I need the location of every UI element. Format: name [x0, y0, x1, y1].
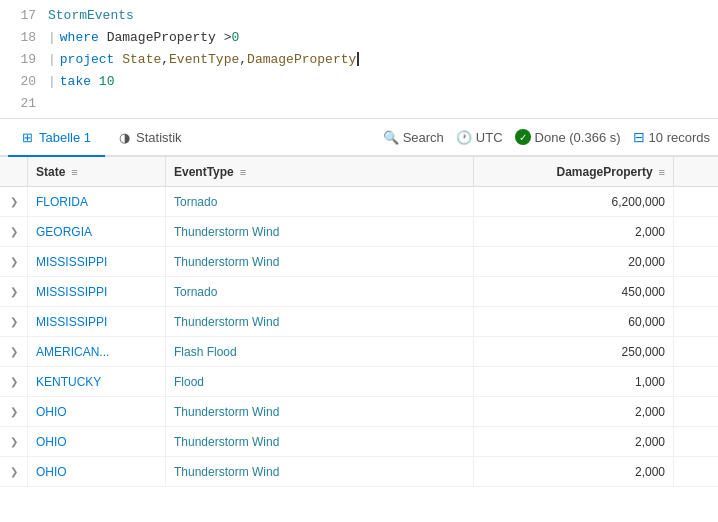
cell-eventtype-8: Thunderstorm Wind: [166, 427, 474, 456]
damage-filter-icon[interactable]: ≡: [659, 166, 665, 178]
code-content-19: | project State , EventType , DamageProp…: [48, 52, 359, 67]
pipe-20: |: [48, 74, 56, 89]
code-comma1: ,: [161, 52, 169, 67]
search-label: Search: [403, 130, 444, 145]
cell-eventtype-4: Thunderstorm Wind: [166, 307, 474, 336]
cell-eventtype-2: Thunderstorm Wind: [166, 247, 474, 276]
cell-state-8: OHIO: [28, 427, 166, 456]
table-name: StormEvents: [48, 8, 134, 23]
code-line-19: 19 | project State , EventType , DamageP…: [0, 48, 718, 70]
clock-icon: 🕐: [456, 130, 472, 145]
cell-damage-0: 6,200,000: [474, 187, 674, 216]
code-comma2: ,: [239, 52, 247, 67]
cell-damage-8: 2,000: [474, 427, 674, 456]
code-line-18: 18 | where DamageProperty > 0: [0, 26, 718, 48]
pipe-18: |: [48, 30, 56, 45]
code-field-damageprop: DamageProperty: [247, 52, 356, 67]
th-state-label: State: [36, 165, 65, 179]
done-checkmark-icon: ✓: [515, 129, 531, 145]
code-space2: [91, 74, 99, 89]
table-row: ❯ AMERICAN... Flash Flood 250,000: [0, 337, 718, 367]
line-number-20: 20: [8, 74, 36, 89]
toolbar-right: 🔍 Search 🕐 UTC ✓ Done (0.366 s) ⊟ 10 rec…: [383, 129, 710, 145]
keyword-project: project: [60, 52, 115, 67]
results-toolbar: ⊞ Tabelle 1 ◑ Statistik 🔍 Search 🕐 UTC ✓…: [0, 119, 718, 157]
cell-state-7: OHIO: [28, 397, 166, 426]
table-icon: ⊞: [22, 130, 33, 145]
code-line-17: 17 StormEvents: [0, 4, 718, 26]
line-number-19: 19: [8, 52, 36, 67]
tab-statistics-label: Statistik: [136, 130, 182, 145]
search-icon: 🔍: [383, 130, 399, 145]
row-expander-5[interactable]: ❯: [0, 337, 28, 366]
th-damage-label: DamageProperty: [557, 165, 653, 179]
cell-state-9: OHIO: [28, 457, 166, 486]
code-content-20: | take 10: [48, 74, 114, 89]
pipe-19: |: [48, 52, 56, 67]
search-button[interactable]: 🔍 Search: [383, 130, 444, 145]
cell-damage-3: 450,000: [474, 277, 674, 306]
code-number-10: 10: [99, 74, 115, 89]
th-eventtype-label: EventType: [174, 165, 234, 179]
line-number-17: 17: [8, 8, 36, 23]
code-editor: 17 StormEvents 18 | where DamageProperty…: [0, 0, 718, 119]
cell-damage-6: 1,000: [474, 367, 674, 396]
row-expander-0[interactable]: ❯: [0, 187, 28, 216]
cell-state-6: KENTUCKY: [28, 367, 166, 396]
code-content-18: | where DamageProperty > 0: [48, 30, 239, 45]
row-expander-4[interactable]: ❯: [0, 307, 28, 336]
tab-table-label: Tabelle 1: [39, 130, 91, 145]
state-filter-icon[interactable]: ≡: [71, 166, 77, 178]
tab-table[interactable]: ⊞ Tabelle 1: [8, 119, 105, 157]
records-icon: ⊟: [633, 129, 645, 145]
cell-eventtype-9: Thunderstorm Wind: [166, 457, 474, 486]
th-damage: DamageProperty ≡: [474, 157, 674, 186]
cell-state-3: MISSISSIPPI: [28, 277, 166, 306]
row-expander-2[interactable]: ❯: [0, 247, 28, 276]
cell-damage-4: 60,000: [474, 307, 674, 336]
table-row: ❯ FLORIDA Tornado 6,200,000: [0, 187, 718, 217]
code-field-damage: DamageProperty >: [99, 30, 232, 45]
records-count: ⊟ 10 records: [633, 129, 710, 145]
code-line-21: 21: [0, 92, 718, 114]
row-expander-3[interactable]: ❯: [0, 277, 28, 306]
code-space: [114, 52, 122, 67]
code-field-eventtype: EventType: [169, 52, 239, 67]
cell-damage-9: 2,000: [474, 457, 674, 486]
th-state: State ≡: [28, 157, 166, 186]
cell-damage-2: 20,000: [474, 247, 674, 276]
row-expander-9[interactable]: ❯: [0, 457, 28, 486]
row-expander-1[interactable]: ❯: [0, 217, 28, 246]
row-expander-7[interactable]: ❯: [0, 397, 28, 426]
utc-button[interactable]: 🕐 UTC: [456, 130, 503, 145]
cell-eventtype-5: Flash Flood: [166, 337, 474, 366]
cell-damage-7: 2,000: [474, 397, 674, 426]
done-label: Done (0.366 s): [535, 130, 621, 145]
th-eventtype: EventType ≡: [166, 157, 474, 186]
keyword-take: take: [60, 74, 91, 89]
row-expander-8[interactable]: ❯: [0, 427, 28, 456]
eventtype-filter-icon[interactable]: ≡: [240, 166, 246, 178]
stats-icon: ◑: [119, 130, 130, 145]
table-body: ❯ FLORIDA Tornado 6,200,000 ❯ GEORGIA Th…: [0, 187, 718, 487]
cell-state-5: AMERICAN...: [28, 337, 166, 366]
code-field-state: State: [122, 52, 161, 67]
table-row: ❯ MISSISSIPPI Thunderstorm Wind 60,000: [0, 307, 718, 337]
table-row: ❯ OHIO Thunderstorm Wind 2,000: [0, 427, 718, 457]
code-line-20: 20 | take 10: [0, 70, 718, 92]
utc-label: UTC: [476, 130, 503, 145]
table-row: ❯ OHIO Thunderstorm Wind 2,000: [0, 397, 718, 427]
table-row: ❯ KENTUCKY Flood 1,000: [0, 367, 718, 397]
cell-state-0: FLORIDA: [28, 187, 166, 216]
table-header: State ≡ EventType ≡ DamageProperty ≡: [0, 157, 718, 187]
cell-state-2: MISSISSIPPI: [28, 247, 166, 276]
line-number-18: 18: [8, 30, 36, 45]
cell-eventtype-1: Thunderstorm Wind: [166, 217, 474, 246]
keyword-where: where: [60, 30, 99, 45]
table-row: ❯ MISSISSIPPI Thunderstorm Wind 20,000: [0, 247, 718, 277]
row-expander-6[interactable]: ❯: [0, 367, 28, 396]
code-content-17: StormEvents: [48, 8, 134, 23]
code-number-0: 0: [231, 30, 239, 45]
tab-statistics[interactable]: ◑ Statistik: [105, 118, 196, 156]
table-row: ❯ GEORGIA Thunderstorm Wind 2,000: [0, 217, 718, 247]
